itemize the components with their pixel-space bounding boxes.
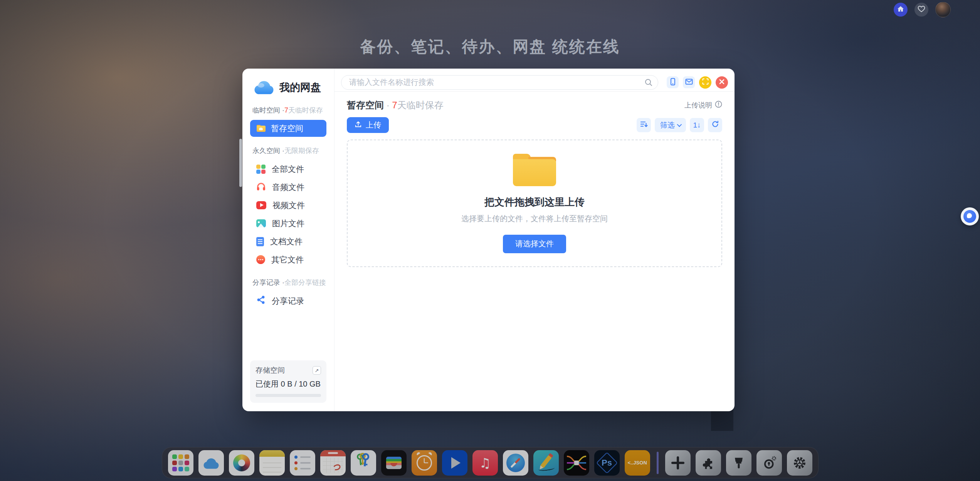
close-icon bbox=[719, 79, 724, 86]
headphones-icon bbox=[256, 182, 266, 193]
floating-assistant-button[interactable] bbox=[961, 207, 979, 225]
dock-json-tool-icon[interactable]: <..JSON bbox=[625, 450, 650, 476]
app-title: 我的网盘 bbox=[279, 81, 321, 94]
cloud-drive-window: 我的网盘 临时空间 ·7天临时保存 暂存空间 永久空间 ·无限期保存 全部文件 bbox=[242, 69, 735, 411]
browser-topbar bbox=[894, 2, 951, 17]
scan-button[interactable] bbox=[699, 76, 711, 89]
share-icon bbox=[256, 295, 266, 306]
dropzone-subtitle: 选择要上传的文件，文件将上传至暂存空间 bbox=[461, 214, 608, 224]
sidebar-item-share-records[interactable]: 分享记录 bbox=[250, 292, 326, 310]
cloud-logo-icon bbox=[253, 79, 275, 96]
dock-wallet-icon[interactable] bbox=[381, 450, 407, 476]
message-button[interactable] bbox=[683, 76, 695, 88]
dock-reminders-icon[interactable] bbox=[290, 450, 315, 476]
home-icon bbox=[897, 6, 904, 13]
folder-icon bbox=[257, 125, 266, 132]
section-permanent-space: 永久空间 ·无限期保存 bbox=[252, 146, 326, 155]
storage-usage: 已使用 0 B / 10 GB bbox=[256, 379, 321, 389]
storage-panel: 存储空间 ↗ 已使用 0 B / 10 GB bbox=[250, 360, 326, 403]
dock-alarm-clock-icon[interactable] bbox=[412, 450, 437, 476]
sort-order-icon: 1↓ bbox=[693, 121, 701, 130]
dock-notes-icon[interactable] bbox=[259, 450, 285, 476]
section-share-records: 分享记录 ·全部分享链接 bbox=[252, 278, 326, 287]
upload-button[interactable]: 上传 bbox=[347, 117, 389, 133]
dock-extensions-icon[interactable] bbox=[696, 450, 721, 476]
dropzone-title: 把文件拖拽到这里上传 bbox=[484, 195, 585, 209]
mobile-app-button[interactable] bbox=[667, 76, 679, 88]
app-brand: 我的网盘 bbox=[253, 79, 326, 96]
document-icon bbox=[256, 237, 264, 246]
dock-calendar-icon[interactable] bbox=[320, 450, 346, 476]
search-icon[interactable] bbox=[644, 78, 653, 88]
dock-separator bbox=[657, 452, 659, 474]
favorites-button[interactable] bbox=[914, 3, 928, 17]
choose-file-button[interactable]: 请选择文件 bbox=[503, 235, 566, 253]
content-header: 暂存空间 · 7天临时保存 上传说明 bbox=[347, 99, 722, 111]
dock-privacy-camera-icon[interactable] bbox=[756, 450, 782, 476]
ellipsis-icon bbox=[256, 255, 265, 264]
sidebar-item-temp-space[interactable]: 暂存空间 bbox=[250, 120, 326, 137]
dock-safari-icon[interactable] bbox=[503, 450, 528, 476]
assistant-icon bbox=[963, 210, 976, 223]
folder-icon bbox=[513, 154, 556, 186]
refresh-button[interactable] bbox=[708, 118, 722, 132]
dock-passwords-icon[interactable] bbox=[351, 450, 376, 476]
scan-frame-icon bbox=[702, 78, 709, 86]
section-temp-space: 临时空间 ·7天临时保存 bbox=[252, 106, 326, 115]
sidebar-item-audio-files[interactable]: 音频文件 bbox=[250, 178, 326, 196]
search-box bbox=[341, 75, 658, 90]
sidebar-item-image-files[interactable]: 图片文件 bbox=[250, 214, 326, 232]
dock-icloud-icon[interactable] bbox=[198, 450, 224, 476]
sort-order-button[interactable]: 1↓ bbox=[690, 118, 704, 132]
storage-title: 存储空间 bbox=[256, 365, 285, 375]
storage-progress-track bbox=[256, 394, 321, 397]
home-button[interactable] bbox=[894, 3, 908, 17]
sidebar-item-other-files[interactable]: 其它文件 bbox=[250, 251, 326, 269]
sidebar-share-list: 分享记录 bbox=[250, 292, 326, 310]
upload-help-link[interactable]: 上传说明 bbox=[684, 101, 722, 110]
dock-music-icon[interactable] bbox=[472, 450, 498, 476]
search-actions bbox=[667, 76, 728, 89]
image-icon bbox=[256, 219, 266, 227]
dock: Ps <..JSON bbox=[162, 447, 819, 478]
sidebar: 我的网盘 临时空间 ·7天临时保存 暂存空间 永久空间 ·无限期保存 全部文件 bbox=[242, 69, 335, 411]
content-area: 暂存空间 · 7天临时保存 上传说明 上传 bbox=[335, 92, 735, 411]
external-link-icon[interactable]: ↗ bbox=[313, 366, 321, 375]
toolbar-right: 筛选 1↓ bbox=[637, 118, 722, 132]
dock-theme-brush-icon[interactable] bbox=[726, 450, 751, 476]
desktop: 备份、笔记、待办、网盘 统统在线 bbox=[0, 0, 980, 481]
heart-icon bbox=[918, 5, 925, 14]
sort-list-icon bbox=[640, 121, 648, 130]
filter-dropdown[interactable]: 筛选 bbox=[655, 118, 686, 132]
close-button[interactable] bbox=[716, 76, 728, 89]
sidebar-item-doc-files[interactable]: 文档文件 bbox=[250, 232, 326, 251]
dock-mindmap-icon[interactable] bbox=[564, 450, 589, 476]
sidebar-file-categories: 全部文件 音频文件 视频文件 bbox=[250, 160, 326, 269]
dock-media-player-icon[interactable] bbox=[442, 450, 467, 476]
search-input[interactable] bbox=[341, 75, 658, 90]
toolbar: 上传 筛选 1↓ bbox=[347, 117, 722, 133]
sidebar-item-all-files[interactable]: 全部文件 bbox=[250, 160, 326, 178]
upload-dropzone[interactable]: 把文件拖拽到这里上传 选择要上传的文件，文件将上传至暂存空间 请选择文件 bbox=[347, 140, 722, 267]
dock-system-settings-icon[interactable] bbox=[787, 450, 812, 476]
video-icon bbox=[256, 201, 266, 209]
phone-icon bbox=[669, 78, 676, 87]
refresh-icon bbox=[711, 120, 719, 130]
wallpaper-tagline: 备份、笔记、待办、网盘 统统在线 bbox=[0, 36, 980, 57]
dock-photoshop-icon[interactable]: Ps bbox=[594, 450, 620, 476]
sort-list-button[interactable] bbox=[637, 118, 651, 132]
dock-icons: Ps <..JSON bbox=[168, 450, 812, 476]
main-pane: 暂存空间 · 7天临时保存 上传说明 上传 bbox=[335, 69, 735, 411]
info-icon bbox=[715, 101, 722, 110]
plus-icon bbox=[671, 456, 684, 469]
upload-icon bbox=[355, 121, 362, 130]
sidebar-item-video-files[interactable]: 视频文件 bbox=[250, 196, 326, 214]
dock-pencil-editor-icon[interactable] bbox=[533, 450, 559, 476]
dock-photos-icon[interactable] bbox=[229, 450, 254, 476]
envelope-icon bbox=[685, 79, 693, 86]
scrollbar-thumb[interactable] bbox=[239, 139, 242, 187]
dock-add-new-icon[interactable] bbox=[665, 450, 691, 476]
search-row bbox=[335, 69, 735, 92]
dock-launchpad-icon[interactable] bbox=[168, 450, 193, 476]
user-avatar[interactable] bbox=[935, 2, 951, 17]
